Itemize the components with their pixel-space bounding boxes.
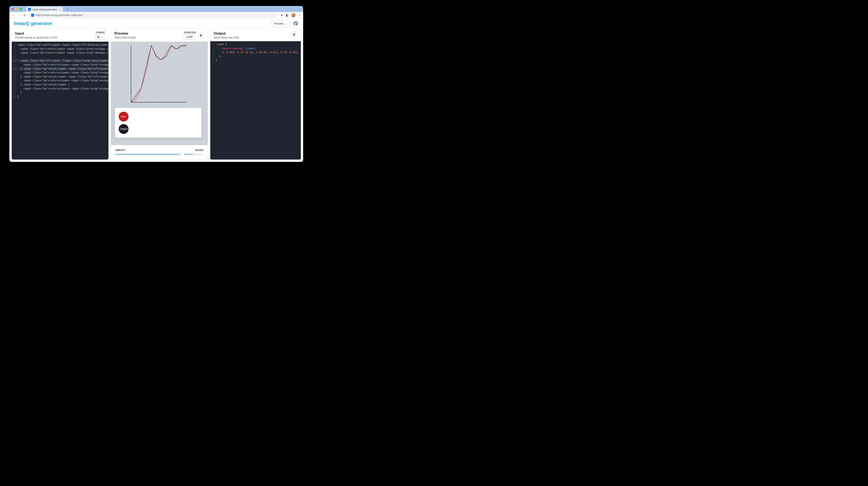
titlebar: / Linear easing generator × + ⌄ (9, 6, 303, 12)
new-tab-button[interactable]: + (67, 7, 69, 11)
reload-button[interactable]: ⟳ (24, 13, 26, 17)
main-layout: Input Provide easing as JavaScript or SV… (9, 29, 303, 162)
round-slider[interactable] (184, 153, 204, 156)
svg-rect-1 (201, 34, 202, 36)
url-text: https://linear-easing-generator.netlify.… (36, 14, 83, 17)
tab-title: Linear easing generator (32, 8, 57, 11)
copy-button[interactable] (290, 31, 298, 38)
input-ball-label: Input (121, 115, 127, 118)
simplify-label: SIMPLIFY (115, 149, 180, 151)
browser-window: / Linear easing generator × + ⌄ ← → ⟳ / … (9, 6, 303, 162)
close-tab-icon[interactable]: × (59, 8, 61, 11)
duration-input[interactable]: 1,333 (183, 34, 196, 39)
back-button[interactable]: ← (11, 13, 14, 17)
browser-tab[interactable]: / Linear easing generator × (26, 7, 63, 12)
github-link[interactable] (292, 20, 299, 27)
copy-icon (292, 33, 296, 36)
tab-favicon: / (28, 8, 31, 11)
header-actions: Presets ⌄ (271, 20, 299, 27)
output-panel-head: Output Some shiny new CSS! (210, 29, 301, 41)
output-subtitle: Some shiny new CSS! (214, 36, 239, 39)
minimize-window-button[interactable] (16, 8, 18, 10)
browser-menu-icon[interactable]: ⋮ (298, 13, 301, 17)
input-subtitle: Provide easing as JavaScript or SVG (15, 36, 57, 39)
pause-icon (199, 34, 202, 37)
input-panel-head: Input Provide easing as JavaScript or SV… (12, 29, 108, 42)
presets-button[interactable]: Presets ⌄ (271, 21, 290, 27)
preview-canvas: Input Output SIMPLIFY ROUND (111, 42, 208, 159)
github-icon (294, 22, 298, 25)
demo-card: Input Output (115, 108, 202, 138)
app-header: linear() generator Presets ⌄ (9, 18, 303, 29)
toolbar-right: ✦ ◧ ⋮ (281, 13, 301, 17)
play-pause-button[interactable] (197, 32, 204, 39)
duration-label: DURATION (184, 31, 196, 34)
output-ball-label: Output (120, 127, 127, 130)
slider-row: SIMPLIFY ROUND (111, 145, 208, 159)
close-window-button[interactable] (11, 8, 14, 10)
presets-label: Presets (274, 22, 283, 25)
side-panel-icon[interactable]: ◧ (286, 13, 289, 17)
format-value: JS (97, 35, 100, 38)
window-controls (11, 8, 22, 10)
round-group: ROUND (184, 149, 204, 156)
forward-button[interactable]: → (18, 13, 21, 17)
chevron-down-icon: ⌄ (285, 22, 287, 25)
output-code-editor[interactable]: 1:root {2 --bounce-easing: linear(3 0, 0… (210, 41, 301, 159)
simplify-group: SIMPLIFY (115, 149, 180, 156)
profile-avatar[interactable] (291, 13, 296, 17)
input-title: Input (15, 31, 57, 36)
preview-title: Preview (115, 31, 136, 36)
url-field[interactable]: / https://linear-easing-generator.netlif… (29, 13, 278, 18)
simplify-slider[interactable] (115, 153, 180, 156)
input-ball[interactable]: Input (119, 112, 128, 121)
input-panel: Input Provide easing as JavaScript or SV… (11, 29, 108, 160)
preview-panel: Preview Here's how it looks: DURATION 1,… (111, 29, 208, 160)
format-label: FORMAT (96, 31, 105, 34)
chevron-down-icon: ⌄ (101, 35, 103, 38)
output-panel: Output Some shiny new CSS! 1:root {2 --b… (210, 29, 301, 160)
preview-panel-head: Preview Here's how it looks: DURATION 1,… (111, 29, 208, 42)
svg-rect-0 (200, 34, 201, 36)
maximize-window-button[interactable] (20, 8, 22, 10)
app-title: linear() generator (14, 21, 52, 26)
easing-chart (127, 43, 191, 104)
input-code-editor[interactable]: 1<span class="kw">self</span>.<span clas… (12, 42, 108, 159)
round-label: ROUND (195, 149, 204, 151)
output-title: Output (214, 31, 239, 36)
preview-subtitle: Here's how it looks: (115, 36, 136, 39)
extensions-icon[interactable]: ✦ (281, 13, 283, 17)
output-ball[interactable]: Output (119, 124, 128, 134)
site-info-icon[interactable]: / (31, 14, 34, 17)
url-bar: ← → ⟳ / https://linear-easing-generator.… (9, 12, 303, 18)
format-select[interactable]: JS ⌄ (95, 34, 105, 39)
tab-overflow-icon[interactable]: ⌄ (298, 8, 300, 10)
